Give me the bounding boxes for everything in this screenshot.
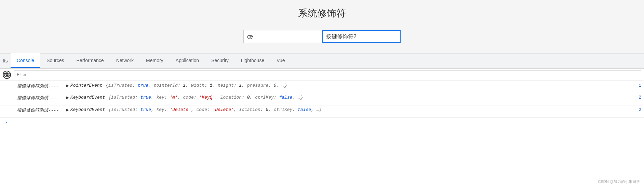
input-row <box>0 30 644 43</box>
log-arrow-2[interactable]: ▶ <box>66 95 69 100</box>
log-count-1: 1 <box>639 83 641 88</box>
svg-point-0 <box>4 73 10 77</box>
log-arrow-3[interactable]: ▶ <box>66 107 69 113</box>
top-section: 系统修饰符 <box>0 0 644 54</box>
log-type-3: KeyboardEvent <box>70 107 108 112</box>
log-arrow-1[interactable]: ▶ <box>66 83 69 88</box>
eye-icon[interactable] <box>3 71 11 79</box>
log-prefix-1: 按键修饰符测试---- <box>17 83 65 89</box>
log-count-2: 2 <box>639 95 641 100</box>
page-title: 系统修饰符 <box>0 7 644 20</box>
tab-console[interactable]: Console <box>11 53 40 68</box>
console-prompt[interactable]: › <box>0 118 644 127</box>
log-content-1: {isTrusted: true, pointerId: 1, width: 1… <box>106 83 636 88</box>
left-input[interactable] <box>243 30 322 43</box>
svg-point-1 <box>6 74 8 76</box>
log-prefix-3: 按键修饰符测试---- <box>17 107 65 113</box>
tab-vue[interactable]: Vue <box>270 53 291 68</box>
tab-sources[interactable]: Sources <box>40 53 70 68</box>
log-row: 按键修饰符测试---- ▶ PointerEvent {isTrusted: t… <box>0 81 644 93</box>
log-content-3: {isTrusted: true, key: 'Delete', code: '… <box>108 107 636 112</box>
log-row: 按键修饰符测试---- ▶ KeyboardEvent {isTrusted: … <box>0 105 644 118</box>
log-content-2: {isTrusted: true, key: 'œ', code: 'KeyQ'… <box>108 95 636 100</box>
log-type-2: KeyboardEvent <box>70 95 108 100</box>
tab-lighthouse[interactable]: Lighthouse <box>235 53 271 68</box>
log-type-1: PointerEvent <box>70 83 105 88</box>
console-area: 按键修饰符测试---- ▶ PointerEvent {isTrusted: t… <box>0 81 644 127</box>
filter-bar <box>0 69 644 81</box>
tab-partial-left: Its <box>0 53 11 68</box>
tab-memory[interactable]: Memory <box>140 53 170 68</box>
devtools-tabs: Its Console Sources Performance Network … <box>0 54 644 69</box>
filter-input[interactable] <box>14 70 641 79</box>
log-count-3: 2 <box>639 107 641 112</box>
right-input[interactable] <box>322 30 401 43</box>
tab-security[interactable]: Security <box>205 53 235 68</box>
log-row: 按键修饰符测试---- ▶ KeyboardEvent {isTrusted: … <box>0 93 644 105</box>
tab-network[interactable]: Network <box>110 53 140 68</box>
svg-point-2 <box>6 74 8 75</box>
tab-application[interactable]: Application <box>170 53 205 68</box>
log-prefix-2: 按键修饰符测试---- <box>17 95 65 101</box>
watermark: CSDN @努力的小朱同学 <box>598 179 640 184</box>
tab-performance[interactable]: Performance <box>70 53 110 68</box>
